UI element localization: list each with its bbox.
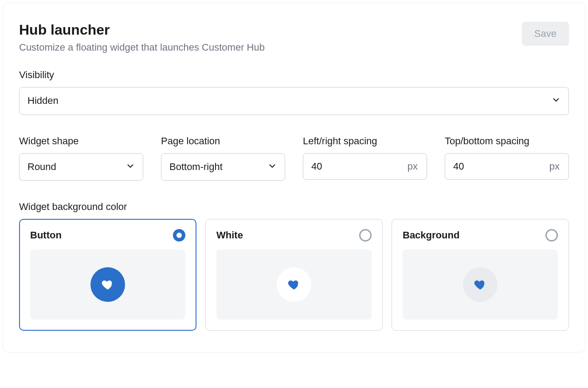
bg-color-label: Widget background color [19,201,569,213]
page-title: Hub launcher [19,22,265,38]
widget-preview-circle [90,267,125,302]
bg-color-option-white[interactable]: White [205,219,383,331]
visibility-select-wrap: Hidden [19,87,569,115]
option-label: White [216,230,243,241]
hub-launcher-panel: Hub launcher Customize a floating widget… [3,3,585,352]
lr-spacing-field: Left/right spacing px [303,135,427,181]
widget-shape-select-wrap: Round [19,153,143,181]
option-preview [216,249,372,320]
bg-color-options: Button White [19,219,569,331]
bg-color-section: Widget background color Button White [19,201,569,331]
heart-icon [101,278,114,291]
page-location-select-wrap: Bottom-right [161,153,285,181]
tb-spacing-field: Top/bottom spacing px [445,135,569,181]
page-location-label: Page location [161,135,285,147]
bg-color-option-background[interactable]: Background [392,219,569,331]
card-head: Background [403,229,558,242]
header-text: Hub launcher Customize a floating widget… [19,22,265,53]
heart-icon [474,278,487,291]
lr-spacing-label: Left/right spacing [303,135,427,147]
visibility-field: Visibility Hidden [19,69,569,115]
option-preview [403,249,558,320]
option-preview [30,249,185,320]
tb-spacing-input[interactable] [445,154,549,179]
radio-unselected-icon [545,229,558,242]
tb-spacing-input-group: px [445,153,569,180]
option-label: Button [30,230,62,241]
widget-preview-circle [463,267,498,302]
heart-icon [287,278,301,291]
panel-header: Hub launcher Customize a floating widget… [19,22,569,53]
save-button[interactable]: Save [522,22,569,46]
option-label: Background [403,230,459,241]
bg-color-option-button[interactable]: Button [19,219,196,331]
settings-row: Widget shape Round Page location Bottom-… [19,135,569,181]
page-location-field: Page location Bottom-right [161,135,285,181]
card-head: White [216,229,372,242]
widget-shape-label: Widget shape [19,135,143,147]
card-head: Button [30,229,185,242]
page-subtitle: Customize a floating widget that launche… [19,42,265,53]
widget-shape-field: Widget shape Round [19,135,143,181]
widget-shape-select[interactable]: Round [19,153,143,181]
visibility-select[interactable]: Hidden [19,87,569,115]
lr-spacing-input[interactable] [303,154,408,179]
visibility-label: Visibility [19,69,569,81]
page-location-select[interactable]: Bottom-right [161,153,285,181]
tb-spacing-unit: px [549,161,568,172]
radio-unselected-icon [359,229,372,242]
lr-spacing-unit: px [408,161,427,172]
tb-spacing-label: Top/bottom spacing [445,135,569,147]
widget-preview-circle [277,267,311,302]
radio-selected-icon [173,229,185,242]
lr-spacing-input-group: px [303,153,427,180]
